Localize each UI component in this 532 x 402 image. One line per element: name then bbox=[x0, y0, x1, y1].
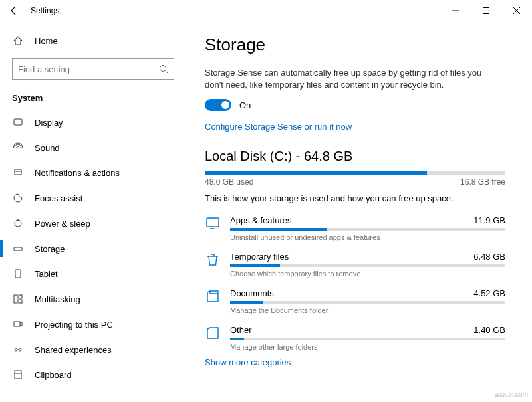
sidebar-item-label: Shared experiences bbox=[35, 345, 112, 355]
usage-description: This is how your storage is used and how… bbox=[205, 193, 505, 203]
sidebar-item-label: Tablet bbox=[35, 269, 58, 279]
sidebar-item-label: Power & sleep bbox=[35, 219, 90, 229]
sidebar-item-power-sleep[interactable]: Power & sleep bbox=[0, 211, 186, 236]
category-size: 4.52 GB bbox=[473, 288, 505, 298]
disk-title: Local Disk (C:) - 64.8 GB bbox=[205, 149, 505, 164]
other-icon bbox=[205, 325, 221, 341]
category-label: Temporary files bbox=[230, 252, 289, 262]
minimize-button[interactable] bbox=[440, 0, 471, 21]
storage-icon bbox=[12, 243, 24, 254]
sidebar-item-projecting[interactable]: Projecting to this PC bbox=[0, 312, 186, 337]
category-hint: Manage the Documents folder bbox=[230, 306, 505, 314]
focus-assist-icon bbox=[12, 193, 24, 203]
maximize-icon bbox=[483, 7, 489, 14]
sidebar-home[interactable]: Home bbox=[0, 28, 186, 53]
svg-rect-10 bbox=[15, 270, 21, 278]
sidebar-item-shared-experiences[interactable]: Shared experiences bbox=[0, 337, 186, 362]
svg-rect-4 bbox=[14, 119, 22, 125]
category-other[interactable]: Other1.40 GBManage other large folders bbox=[205, 321, 505, 357]
svg-point-15 bbox=[15, 348, 17, 351]
configure-storage-sense-link[interactable]: Configure Storage Sense or run it now bbox=[205, 122, 352, 132]
svg-rect-12 bbox=[19, 295, 22, 298]
sidebar-item-multitasking[interactable]: Multitasking bbox=[0, 286, 186, 312]
sidebar-item-tablet[interactable]: Tablet bbox=[0, 261, 186, 286]
documents-icon bbox=[205, 288, 221, 304]
category-label: Documents bbox=[230, 288, 274, 298]
sidebar-item-label: Clipboard bbox=[35, 370, 72, 380]
home-icon bbox=[12, 35, 24, 46]
svg-line-3 bbox=[166, 71, 168, 74]
close-icon bbox=[513, 7, 520, 14]
sound-icon bbox=[12, 142, 24, 153]
sidebar-item-sound[interactable]: Sound bbox=[0, 135, 186, 160]
show-more-categories-link[interactable]: Show more categories bbox=[205, 357, 291, 367]
toggle-state-label: On bbox=[239, 100, 251, 110]
svg-point-16 bbox=[19, 348, 21, 351]
sidebar-item-label: Projecting to this PC bbox=[35, 320, 113, 330]
clipboard-icon bbox=[12, 369, 24, 380]
category-temporary-files[interactable]: Temporary files6.48 GBChoose which tempo… bbox=[205, 248, 505, 284]
svg-rect-14 bbox=[14, 322, 20, 326]
category-documents[interactable]: Documents4.52 GBManage the Documents fol… bbox=[205, 284, 505, 321]
sidebar-item-label: Display bbox=[35, 118, 63, 128]
temporary-files-icon bbox=[205, 252, 221, 268]
category-hint: Choose which temporary files to remove bbox=[230, 270, 505, 278]
maximize-button[interactable] bbox=[471, 0, 501, 21]
power-sleep-icon bbox=[12, 218, 24, 229]
search-input[interactable] bbox=[18, 64, 159, 74]
category-bar bbox=[230, 264, 505, 267]
svg-rect-20 bbox=[207, 218, 219, 227]
projecting-icon bbox=[12, 319, 24, 330]
storage-sense-description: Storage Sense can automatically free up … bbox=[205, 67, 484, 91]
category-bar bbox=[230, 338, 505, 340]
window-title: Settings bbox=[31, 6, 59, 15]
tablet-icon bbox=[12, 268, 24, 279]
sidebar-item-notifications[interactable]: Notifications & actions bbox=[0, 160, 186, 185]
apps-features-icon bbox=[205, 215, 221, 231]
watermark: wsxdn.com bbox=[495, 391, 528, 398]
sidebar-item-storage[interactable]: Storage bbox=[0, 236, 186, 261]
sidebar-item-display[interactable]: Display bbox=[0, 110, 186, 135]
titlebar: Settings bbox=[0, 0, 532, 21]
category-size: 11.9 GB bbox=[473, 215, 505, 225]
minimize-icon bbox=[452, 7, 459, 14]
svg-rect-18 bbox=[15, 371, 21, 379]
category-size: 6.48 GB bbox=[473, 252, 505, 262]
sidebar-item-label: Notifications & actions bbox=[35, 168, 120, 178]
sidebar-group-label: System bbox=[0, 89, 186, 110]
category-size: 1.40 GB bbox=[473, 325, 505, 335]
search-box[interactable] bbox=[12, 58, 174, 80]
svg-rect-9 bbox=[14, 247, 22, 251]
multitasking-icon bbox=[12, 294, 24, 304]
category-bar bbox=[230, 301, 505, 304]
category-label: Apps & features bbox=[230, 215, 292, 225]
arrow-left-icon bbox=[9, 6, 19, 15]
svg-rect-11 bbox=[14, 295, 17, 303]
shared-experiences-icon bbox=[12, 344, 24, 355]
category-apps-features[interactable]: Apps & features11.9 GBUninstall unused o… bbox=[205, 211, 505, 248]
sidebar-item-clipboard[interactable]: Clipboard bbox=[0, 362, 186, 387]
sidebar-item-focus-assist[interactable]: Focus assist bbox=[0, 185, 186, 211]
category-bar bbox=[230, 228, 505, 231]
sidebar: Home System DisplaySoundNotifications & … bbox=[0, 21, 186, 402]
back-button[interactable] bbox=[4, 0, 24, 21]
storage-sense-toggle[interactable] bbox=[205, 99, 231, 111]
svg-rect-13 bbox=[19, 300, 22, 303]
display-icon bbox=[12, 117, 24, 128]
sidebar-item-label: Storage bbox=[35, 244, 65, 254]
content-area: Storage Storage Sense can automatically … bbox=[186, 21, 532, 402]
close-button[interactable] bbox=[501, 0, 532, 21]
sidebar-item-label: Multitasking bbox=[35, 294, 80, 304]
category-hint: Uninstall unused or undesired apps & fea… bbox=[230, 233, 505, 241]
disk-used-label: 48.0 GB used bbox=[205, 177, 253, 187]
sidebar-home-label: Home bbox=[35, 36, 58, 46]
svg-point-2 bbox=[160, 66, 166, 72]
search-icon bbox=[159, 64, 168, 74]
disk-usage-bar bbox=[205, 171, 505, 175]
sidebar-item-label: Focus assist bbox=[35, 193, 82, 203]
notifications-icon bbox=[12, 167, 24, 178]
category-label: Other bbox=[230, 325, 252, 335]
disk-free-label: 16.8 GB free bbox=[460, 177, 505, 187]
svg-rect-5 bbox=[15, 169, 21, 175]
page-title: Storage bbox=[205, 35, 505, 55]
